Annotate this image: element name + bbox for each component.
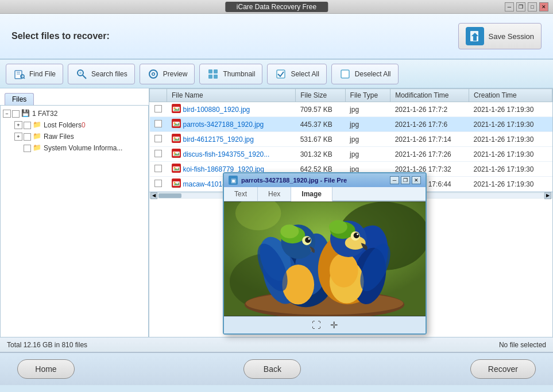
thumbnail-button[interactable]: Thumbnail <box>199 64 262 84</box>
select-all-button[interactable]: Select All <box>267 64 326 84</box>
svg-point-56 <box>280 224 299 238</box>
row-checkbox[interactable] <box>154 150 162 157</box>
file-name[interactable]: discus-fish-1943755_1920... <box>183 150 270 158</box>
file-modified: 2021-1-26 17:7:6 <box>390 117 469 132</box>
table-row[interactable]: parrots-3427188_1920.jpg445.37 KBjpg2021… <box>150 117 552 132</box>
total-status: Total 12.16 GB in 810 files <box>7 341 87 349</box>
jpg-icon <box>172 164 181 174</box>
svg-point-58 <box>305 237 311 243</box>
jpg-icon <box>172 178 181 189</box>
tree-item-lost-folders[interactable]: + 📁 Lost Folders 0 <box>14 119 146 131</box>
svg-point-59 <box>308 238 310 240</box>
preview-title-controls[interactable]: ─ ❐ ✕ <box>390 176 421 184</box>
lost-folders-label: Lost Folders <box>44 121 82 129</box>
restore-button[interactable]: ❐ <box>516 2 525 11</box>
svg-point-30 <box>173 137 175 139</box>
tree-children: + 📁 Lost Folders 0 + 📁 Raw Files <box>3 119 146 154</box>
row-checkbox[interactable] <box>154 135 162 142</box>
svg-rect-16 <box>208 75 212 79</box>
svg-point-70 <box>354 232 359 238</box>
preview-window-icon: ▣ <box>229 176 238 185</box>
col-created[interactable]: Creation Time <box>469 89 552 102</box>
find-file-button[interactable]: Find File <box>6 64 63 84</box>
col-checkbox[interactable] <box>150 89 167 102</box>
col-filesize[interactable]: File Size <box>296 89 345 102</box>
bottom-bar: Home Back Recover <box>0 352 553 385</box>
select-all-icon <box>274 68 287 80</box>
file-type: jpg <box>345 147 390 162</box>
table-row[interactable]: bird-100880_1920.jpg709.57 KBjpg2021-1-2… <box>150 102 552 117</box>
table-row[interactable]: discus-fish-1943755_1920...301.32 KBjpg2… <box>150 147 552 162</box>
file-type: jpg <box>345 102 390 117</box>
table-row[interactable]: bird-4612175_1920.jpg531.67 KBjpg2021-1-… <box>150 132 552 147</box>
file-created: 2021-1-26 17:19:30 <box>469 132 552 147</box>
preview-title-text: parrots-3427188_1920.jpg - File Pre <box>241 177 347 184</box>
file-scroll-thumb[interactable] <box>158 193 181 198</box>
tree-item-system-volume[interactable]: 📁 System Volume Informa... <box>14 142 146 154</box>
lost-folders-badge: 0 <box>82 121 86 129</box>
file-name[interactable]: bird-100880_1920.jpg <box>183 106 250 114</box>
search-files-button[interactable]: Search files <box>68 64 135 84</box>
file-created: 2021-1-26 17:19:30 <box>469 162 552 177</box>
col-modified[interactable]: Modification Time <box>390 89 469 102</box>
preview-tab-image[interactable]: Image <box>291 187 332 201</box>
file-size: 709.57 KB <box>296 102 345 117</box>
svg-rect-17 <box>214 75 218 79</box>
deselect-all-label: Deselect All <box>355 70 391 78</box>
home-button[interactable]: Home <box>17 359 75 379</box>
header: Select files to recover: Save Session <box>0 14 553 60</box>
window-controls[interactable]: ─ ❐ □ ✕ <box>505 2 548 11</box>
sys-folder-icon: 📁 <box>33 143 42 153</box>
preview-restore[interactable]: ❐ <box>401 176 410 184</box>
search-files-icon <box>75 68 88 80</box>
row-checkbox[interactable] <box>154 165 162 172</box>
preview-title-bar: ▣ parrots-3427188_1920.jpg - File Pre ─ … <box>224 173 426 187</box>
preview-minimize[interactable]: ─ <box>390 176 399 184</box>
file-scroll-right[interactable]: ▶ <box>544 192 551 199</box>
preview-title-left: ▣ parrots-3427188_1920.jpg - File Pre <box>229 176 347 185</box>
checkbox-system-volume[interactable] <box>24 145 31 152</box>
fit-icon[interactable]: ⛶ <box>312 320 321 331</box>
preview-button[interactable]: Preview <box>140 64 195 84</box>
svg-point-67 <box>329 220 347 234</box>
files-tab[interactable]: Files <box>5 93 34 105</box>
save-session-button[interactable]: Save Session <box>458 23 542 49</box>
expand-lost-folders[interactable]: + <box>14 121 22 129</box>
close-button[interactable]: ✕ <box>539 2 548 11</box>
move-icon[interactable]: ✛ <box>330 320 338 331</box>
back-button[interactable]: Back <box>243 359 301 379</box>
preview-close[interactable]: ✕ <box>412 176 421 184</box>
tree-item-fat32[interactable]: − 💾 1 FAT32 <box>3 108 146 119</box>
tree-item-raw-files[interactable]: + 📁 Raw Files <box>14 131 146 142</box>
col-filename[interactable]: File Name <box>167 89 296 102</box>
preview-tab-text[interactable]: Text <box>224 187 258 201</box>
tree-content[interactable]: − 💾 1 FAT32 + 📁 Lost Folders 0 + <box>0 105 149 337</box>
file-name[interactable]: parrots-3427188_1920.jpg <box>183 121 264 129</box>
svg-line-7 <box>24 77 25 79</box>
toolbar: Find File Search files Preview <box>0 60 553 88</box>
recover-button[interactable]: Recover <box>470 359 536 379</box>
tree-panel: Files − 💾 1 FAT32 + 📁 Lost Folders 0 <box>0 88 149 337</box>
row-checkbox[interactable] <box>154 105 162 112</box>
preview-image-area <box>224 201 426 316</box>
minimize-button[interactable]: ─ <box>505 2 514 11</box>
row-checkbox[interactable] <box>154 120 162 127</box>
file-name[interactable]: bird-4612175_1920.jpg <box>183 135 254 143</box>
svg-line-9 <box>83 75 86 79</box>
system-volume-label: System Volume Informa... <box>44 144 122 152</box>
checkbox-fat32[interactable] <box>12 110 20 118</box>
drive-icon: 💾 <box>21 109 30 118</box>
maximize-button[interactable]: □ <box>528 2 537 11</box>
preview-tab-hex[interactable]: Hex <box>258 187 291 201</box>
jpg-icon <box>172 119 181 130</box>
expand-raw-files[interactable]: + <box>14 133 22 141</box>
checkbox-lost-folders[interactable] <box>24 122 31 129</box>
file-scroll-left[interactable]: ◀ <box>150 192 157 199</box>
deselect-all-button[interactable]: Deselect All <box>331 64 399 84</box>
col-filetype[interactable]: File Type <box>345 89 390 102</box>
expand-fat32[interactable]: − <box>3 110 11 118</box>
checkbox-raw-files[interactable] <box>24 133 31 141</box>
select-all-label: Select All <box>291 70 319 78</box>
parrot-image <box>224 201 426 316</box>
row-checkbox[interactable] <box>154 180 162 187</box>
